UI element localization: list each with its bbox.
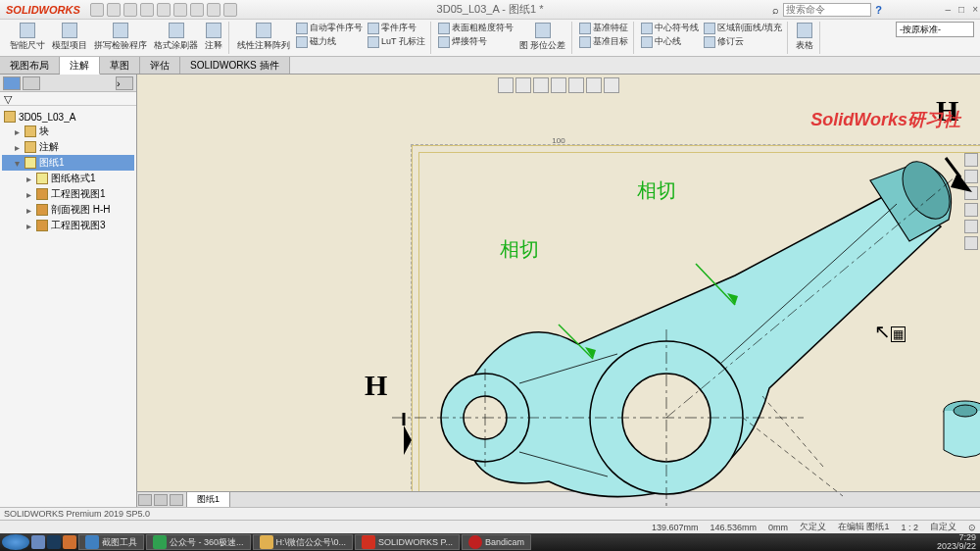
ribbon-group-centerline: 中心符号线 中心线 区域剖面线/填充 修订云 — [636, 22, 788, 54]
quick-access-toolbar — [86, 3, 237, 17]
qat-open[interactable] — [107, 3, 121, 17]
smart-dimension-button[interactable]: 智能尺寸 — [7, 22, 48, 53]
maximize-button[interactable]: □ — [958, 4, 964, 15]
tree-root[interactable]: 3D05_L03_A — [2, 110, 134, 124]
drawing-canvas[interactable]: 100 SolidWorks研习社 — [137, 75, 980, 507]
qat-redo[interactable] — [173, 3, 187, 17]
edit-sheet-button[interactable] — [604, 77, 619, 93]
gtol-button[interactable]: 图 形位公差 — [516, 22, 569, 53]
target-icon — [579, 36, 591, 48]
view-icon — [36, 188, 48, 200]
taskbar-explorer[interactable]: H:\微信公众号\0... — [253, 534, 354, 550]
magnet-icon — [296, 36, 308, 48]
hole-callout-button[interactable]: LuT 孔标注 — [366, 35, 427, 48]
system-clock[interactable]: 7:29 2023/9/22 — [937, 533, 976, 551]
tree-section-hh[interactable]: ▸剖面视图 H-H — [2, 202, 134, 218]
pinned-ps[interactable] — [47, 535, 61, 549]
first-sheet-button[interactable] — [138, 494, 152, 506]
qat-print[interactable] — [140, 3, 154, 17]
prev-view-button[interactable] — [533, 77, 549, 93]
surface-finish-button[interactable]: 表面粗糙度符号 — [436, 22, 515, 34]
tab-addins[interactable]: SOLIDWORKS 插件 — [180, 57, 290, 74]
property-manager-tab[interactable] — [23, 76, 40, 90]
status-bar-main: 139.607mm 146.536mm 0mm 欠定义 在编辑 图纸1 1 : … — [0, 520, 980, 533]
qat-new[interactable] — [90, 3, 104, 17]
tab-sketch[interactable]: 草图 — [100, 57, 140, 74]
format-painter-button[interactable]: 格式涂刷器 — [151, 22, 201, 53]
svg-marker-21 — [951, 173, 972, 192]
spell-check-button[interactable]: 拼写检验程序 — [91, 22, 150, 53]
prev-sheet-button[interactable] — [154, 494, 168, 506]
auto-balloon-button[interactable]: 自动零件序号 — [294, 22, 365, 34]
hide-show-button[interactable] — [586, 77, 602, 93]
revision-cloud-button[interactable]: 修订云 — [702, 35, 784, 48]
bandicam-icon — [468, 535, 482, 549]
taskbar-solidworks[interactable]: SOLIDWORKS P... — [355, 534, 460, 550]
status-x: 139.607mm — [652, 523, 699, 532]
tree-view1[interactable]: ▸工程图视图1 — [2, 186, 134, 202]
status-scale[interactable]: 1 : 2 — [901, 523, 918, 532]
filter-bar[interactable]: ▽ — [0, 92, 136, 106]
qat-more[interactable] — [223, 3, 237, 17]
weld-symbol-button[interactable]: 焊接符号 — [436, 35, 515, 48]
magnetic-line-button[interactable]: 磁力线 — [294, 35, 365, 48]
centerline-button[interactable]: 中心线 — [639, 35, 701, 48]
main-area: › ▽ 3D05_L03_A ▸块 ▸注解 ▾图纸1 ▸图纸格式1 ▸工程图视图… — [0, 75, 980, 507]
tab-evaluate[interactable]: 评估 — [140, 57, 180, 74]
heads-up-toolbar — [498, 77, 619, 93]
browser-icon — [153, 535, 167, 549]
ribbon-group-surface: 表面粗糙度符号 焊接符号 图 形位公差 — [433, 22, 573, 54]
model-items-button[interactable]: 模型项目 — [49, 22, 90, 53]
qat-rebuild[interactable] — [190, 3, 204, 17]
tables-button[interactable]: 表格 — [793, 22, 816, 53]
config-manager-tab[interactable]: › — [116, 76, 133, 90]
close-button[interactable]: × — [972, 4, 978, 15]
pinned-explorer[interactable] — [31, 535, 45, 549]
linear-pattern-button[interactable]: 线性注释阵列 — [234, 22, 293, 53]
qat-save[interactable] — [123, 3, 137, 17]
minimize-button[interactable]: – — [946, 4, 952, 15]
note-button[interactable]: 注释 — [202, 22, 225, 53]
zoom-area-button[interactable] — [515, 77, 531, 93]
feature-tree-tab[interactable] — [3, 76, 21, 90]
hatch-button[interactable]: 区域剖面线/填充 — [702, 22, 784, 34]
zoom-fit-button[interactable] — [498, 77, 514, 93]
balloon-button[interactable]: 零件序号 — [366, 22, 427, 34]
sheet-icon — [24, 157, 36, 169]
painter-icon — [169, 23, 184, 38]
taskbar-browser[interactable]: 公众号 - 360极速... — [146, 534, 251, 550]
tab-annotation[interactable]: 注解 — [60, 57, 100, 75]
qat-undo[interactable] — [157, 3, 171, 17]
tree-view3[interactable]: ▸工程图视图3 — [2, 218, 134, 233]
center-mark-button[interactable]: 中心符号线 — [639, 22, 701, 34]
pattern-icon — [256, 23, 271, 38]
title-bar: SOLIDWORKS 3D05_L03_A - 图纸1 * ⌕ ? – □ × — [0, 0, 980, 20]
window-controls: – □ × — [946, 4, 978, 15]
tree-annotations[interactable]: ▸注解 — [2, 139, 134, 155]
tab-view-layout[interactable]: 视图布局 — [0, 57, 60, 74]
help-button[interactable]: ? — [875, 4, 882, 16]
tree-sheet1[interactable]: ▾图纸1 — [2, 155, 134, 171]
datum-target-button[interactable]: 基准目标 — [577, 35, 630, 48]
taskbar-bandicam[interactable]: Bandicam — [462, 534, 531, 550]
drawing-icon — [4, 111, 16, 123]
tree-sheet-format[interactable]: ▸图纸格式1 — [2, 171, 134, 186]
datum-feature-button[interactable]: 基准特征 — [577, 22, 630, 34]
feature-manager-panel: › ▽ 3D05_L03_A ▸块 ▸注解 ▾图纸1 ▸图纸格式1 ▸工程图视图… — [0, 75, 137, 507]
ribbon: 智能尺寸 模型项目 拼写检验程序 格式涂刷器 注释 线性注释阵列 自动零件序号 … — [0, 20, 980, 57]
search-input[interactable] — [783, 3, 871, 17]
taskbar-snip[interactable]: 截图工具 — [78, 534, 144, 550]
tree-blocks[interactable]: ▸块 — [2, 124, 134, 139]
section-view-button[interactable] — [551, 77, 566, 93]
qat-options[interactable] — [207, 3, 220, 17]
balloon-icon — [296, 23, 308, 34]
status-custom[interactable]: 自定义 — [930, 521, 956, 533]
pinned-app[interactable] — [63, 535, 76, 549]
drawing-view[interactable] — [274, 133, 980, 507]
sheet-tab-1[interactable]: 图纸1 — [186, 491, 230, 507]
display-style-button[interactable] — [568, 77, 584, 93]
standard-dropdown[interactable] — [896, 22, 974, 37]
next-sheet-button[interactable] — [170, 494, 183, 506]
start-button[interactable] — [2, 534, 29, 550]
status-more-icon[interactable]: ⊙ — [968, 523, 976, 532]
